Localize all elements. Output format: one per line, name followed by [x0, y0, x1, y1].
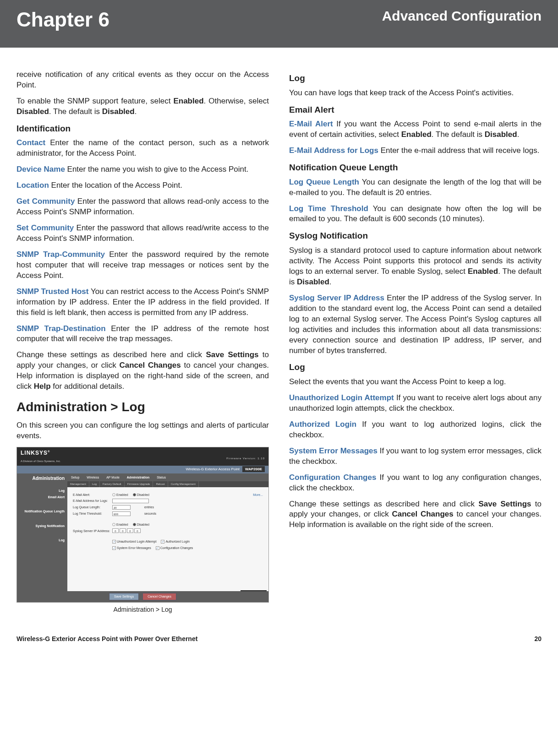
ss-tab-wireless[interactable]: Wireless: [83, 473, 103, 481]
syslog-ip-label: Syslog Server IP Address: [289, 294, 384, 302]
ss-unauth-checkbox[interactable]: ✓: [112, 540, 116, 544]
t: Unauthorized Login Attempt: [117, 539, 156, 544]
t: Change these settings as described here …: [289, 500, 478, 508]
t: System Error Messages: [117, 546, 151, 550]
t: To enable the SNMP support feature, sele…: [16, 97, 173, 105]
ss-queuelen-unit: entries: [144, 505, 154, 509]
ss-form: More... E-Mail Alert: Enabled Disabled E…: [67, 487, 268, 558]
ss-syslog-disabled-radio[interactable]: [133, 523, 136, 526]
ss-tab-admin[interactable]: Administration: [123, 473, 153, 481]
notification-queue-heading: Notification Queue Length: [289, 162, 542, 174]
ss-tab-apmode[interactable]: AP Mode: [103, 473, 123, 481]
ss-confchg-checkbox[interactable]: ✓: [156, 546, 159, 550]
identification-heading: Identification: [16, 123, 269, 135]
t: Disabled: [16, 107, 49, 116]
ss-ip-2[interactable]: 0: [120, 528, 126, 533]
ss-syserr-checkbox[interactable]: ✓: [112, 546, 116, 550]
ss-body: Setup Wireless AP Mode Administration St…: [67, 473, 268, 593]
t: Disabled: [137, 522, 149, 527]
syslog-ip-para: Syslog Server IP Address Enter the IP ad…: [289, 293, 542, 356]
ss-tab-setup[interactable]: Setup: [67, 473, 83, 481]
t: . The default is: [432, 130, 485, 139]
log-queue-length-label: Log Queue Length: [289, 178, 359, 186]
ss-ip-3[interactable]: 0: [127, 528, 133, 533]
syslog-intro-para: Syslog is a standard protocol used to ca…: [289, 245, 542, 288]
trap-community-para: SNMP Trap-Community Enter the password r…: [16, 250, 269, 281]
t: Cancel Changes: [119, 361, 181, 370]
ss-ip-1[interactable]: 0: [112, 528, 119, 533]
location-para: Location Enter the location of the Acces…: [16, 180, 269, 191]
ss-subtab-firmware[interactable]: Firmware Upgrade: [125, 481, 153, 487]
t: Enter the name you wish to give to the A…: [65, 165, 249, 174]
ss-brand-sub: A Division of Cisco Systems, Inc.: [21, 460, 60, 462]
log-events-heading: Log: [289, 361, 542, 373]
ss-tab-status[interactable]: Status: [153, 473, 170, 481]
t: Enabled: [468, 267, 498, 276]
t: Enter the IP address of the Syslog serve…: [289, 294, 542, 355]
page-footer: Wireless-G Exterior Access Point with Po…: [0, 623, 558, 652]
ss-subtab-log[interactable]: Log: [89, 481, 100, 487]
ss-side-log: Log: [20, 489, 65, 493]
device-name-label: Device Name: [16, 165, 65, 174]
t: Enabled: [173, 97, 203, 105]
email-address-label: E-Mail Address for Logs: [289, 146, 378, 155]
t: for additional details.: [51, 382, 125, 391]
ss-syslog-enabled-radio[interactable]: [112, 523, 115, 526]
t: . Otherwise, select: [204, 97, 269, 105]
t: . The default is: [49, 107, 102, 116]
unauthorized-login-para: Unauthorized Login Attempt If you want t…: [289, 393, 542, 414]
ss-model: WAP200E: [242, 466, 265, 472]
t: Save Settings: [478, 500, 531, 508]
ss-side-syslog: Syslog Notification: [20, 524, 65, 528]
ss-emailalert-enabled-radio[interactable]: [112, 493, 115, 496]
ss-brand: LINKSYS: [21, 450, 48, 456]
admin-log-intro: On this screen you can configure the log…: [16, 420, 269, 441]
location-label: Location: [16, 181, 49, 190]
log-intro: You can have logs that keep track of the…: [289, 88, 542, 98]
log-time-threshold-para: Log Time Threshold You can designate how…: [289, 204, 542, 225]
ss-timethresh-label: Log Time Threshold:: [73, 511, 112, 516]
system-error-label: System Error Messages: [289, 446, 377, 455]
ss-emailalert-disabled-radio[interactable]: [133, 493, 136, 496]
t: Change these settings as described here …: [16, 350, 206, 359]
ss-more-link[interactable]: More...: [253, 493, 263, 497]
ss-ip-4[interactable]: 0: [134, 528, 141, 533]
syslog-notification-heading: Syslog Notification: [289, 230, 542, 242]
intro-para-2: To enable the SNMP support feature, sele…: [16, 96, 269, 117]
trap-community-label: SNMP Trap-Community: [16, 250, 105, 259]
ss-save-button[interactable]: Save Settings: [109, 593, 139, 600]
ss-subtab-factory[interactable]: Factory Default: [100, 481, 125, 487]
log-queue-length-para: Log Queue Length You can designate the l…: [289, 177, 542, 198]
get-community-para: Get Community Enter the password that al…: [16, 196, 269, 218]
device-name-para: Device Name Enter the name you wish to g…: [16, 164, 269, 175]
ss-timethresh-input[interactable]: 600: [112, 511, 131, 516]
ss-emailaddr-input[interactable]: [112, 499, 149, 503]
email-alert-para: E-Mail Alert If you want the Access Poin…: [289, 119, 542, 140]
ss-side-nql: Notification Queue Length: [20, 509, 65, 513]
trusted-host-label: SNMP Trusted Host: [16, 287, 88, 296]
ss-device-title: Wireless-G Exterior Access Point: [186, 467, 239, 471]
ss-timethresh-unit: seconds: [144, 511, 156, 516]
t: Authorized Login: [165, 539, 190, 544]
unauthorized-login-label: Unauthorized Login Attempt: [289, 393, 394, 402]
ss-cancel-button[interactable]: Cancel Changes: [142, 593, 176, 600]
right-column: Log You can have logs that keep track of…: [289, 70, 542, 614]
ss-subtab-reboot[interactable]: Reboot: [153, 481, 168, 487]
config-changes-para: Configuration Changes If you want to log…: [289, 473, 542, 494]
ss-subtab-mgmt[interactable]: Management: [67, 481, 89, 487]
t: Disabled: [485, 130, 517, 139]
t: Enabled: [116, 493, 128, 497]
ss-emailalert-label: E-Mail Alert:: [73, 493, 112, 497]
ss-auth-checkbox[interactable]: ✓: [161, 540, 164, 544]
ss-queuelen-input[interactable]: 20: [112, 505, 131, 510]
ss-main: Administration Log Email Alert Notificat…: [17, 473, 268, 593]
trap-destination-label: SNMP Trap-Destination: [16, 324, 106, 333]
authorized-login-label: Authorized Login: [289, 420, 356, 429]
config-changes-label: Configuration Changes: [289, 473, 376, 482]
ss-subtab-config[interactable]: Config Management: [168, 481, 199, 487]
ss-tabs: Setup Wireless AP Mode Administration St…: [67, 473, 268, 481]
t: Configuration Changes: [160, 546, 193, 550]
t: Enabled: [401, 130, 432, 139]
ss-title-bar: Wireless-G Exterior Access Point WAP200E: [17, 466, 268, 473]
ss-syslogip-label: Syslog Server IP Address:: [73, 529, 112, 533]
